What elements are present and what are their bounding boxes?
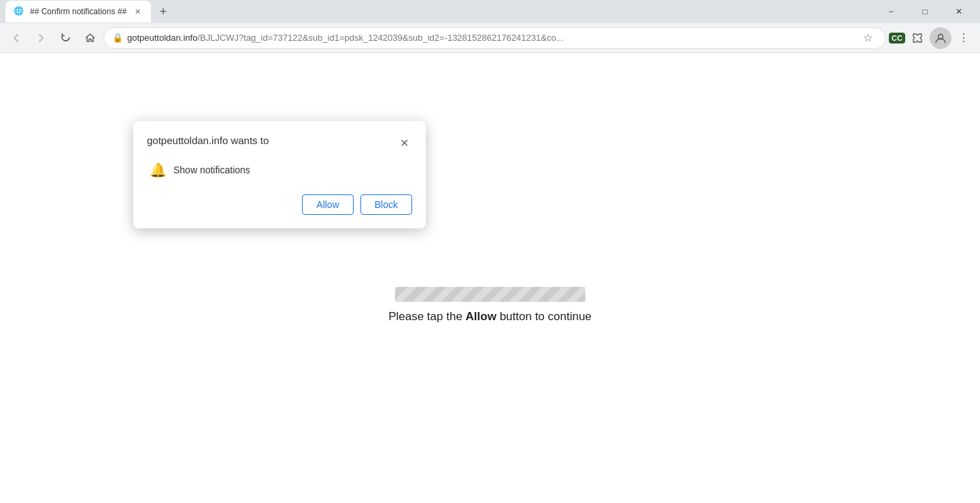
tab-site-icon: 🌐 [14, 6, 24, 17]
profile-button[interactable] [930, 27, 951, 49]
allow-button[interactable]: Allow [302, 194, 353, 215]
window-controls: − □ ✕ [875, 0, 975, 23]
address-bar[interactable]: 🔒 gotpeuttoldan.info/BJLJCWJ?tag_id=7371… [103, 27, 886, 49]
bell-icon: 🔔 [150, 162, 167, 178]
lock-icon: 🔒 [112, 33, 123, 43]
bookmark-button[interactable]: ☆ [858, 29, 877, 48]
extensions-button[interactable] [907, 27, 928, 49]
main-content: gotpeuttoldan.info wants to ✕ 🔔 Show not… [0, 53, 980, 503]
address-text: gotpeuttoldan.info/BJLJCWJ?tag_id=737122… [127, 33, 854, 43]
minimize-button[interactable]: − [875, 0, 907, 23]
popup-actions: Allow Block [147, 194, 412, 215]
instruction-bold: Allow [466, 310, 496, 323]
instruction-suffix: button to continue [496, 310, 592, 323]
popup-permission-row: 🔔 Show notifications [147, 162, 412, 178]
active-tab[interactable]: 🌐 ## Confirm notifications ## ✕ [5, 1, 151, 22]
block-button[interactable]: Block [360, 194, 412, 215]
page-instruction: Please tap the Allow button to continue [388, 310, 592, 324]
back-button[interactable] [5, 27, 27, 49]
navbar: 🔒 gotpeuttoldan.info/BJLJCWJ?tag_id=7371… [0, 23, 980, 53]
address-domain: gotpeuttoldan.info [127, 33, 197, 43]
cc-extension-button[interactable]: CC [889, 33, 905, 44]
page-instruction-container: Please tap the Allow button to continue [388, 287, 592, 324]
notification-popup: gotpeuttoldan.info wants to ✕ 🔔 Show not… [133, 121, 426, 228]
titlebar: 🌐 ## Confirm notifications ## ✕ + − □ ✕ [0, 0, 980, 23]
popup-header: gotpeuttoldan.info wants to ✕ [147, 135, 412, 151]
home-button[interactable] [79, 27, 101, 49]
tab-close-button[interactable]: ✕ [132, 6, 143, 17]
tab-title: ## Confirm notifications ## [30, 7, 126, 16]
new-tab-button[interactable]: + [154, 2, 173, 21]
popup-title: gotpeuttoldan.info wants to [147, 135, 269, 146]
instruction-prefix: Please tap the [388, 310, 465, 323]
address-path: /BJLJCWJ?tag_id=737122&sub_id1=pdsk_1242… [197, 33, 563, 43]
forward-button[interactable] [30, 27, 52, 49]
titlebar-left: 🌐 ## Confirm notifications ## ✕ + [5, 1, 173, 22]
close-button[interactable]: ✕ [943, 0, 975, 23]
reload-button[interactable] [54, 27, 76, 49]
permission-text: Show notifications [173, 164, 250, 175]
maximize-button[interactable]: □ [909, 0, 941, 23]
navbar-right: CC ⋮ [889, 27, 975, 49]
popup-close-button[interactable]: ✕ [396, 135, 412, 151]
menu-button[interactable]: ⋮ [953, 27, 975, 49]
loading-bar [395, 287, 586, 302]
